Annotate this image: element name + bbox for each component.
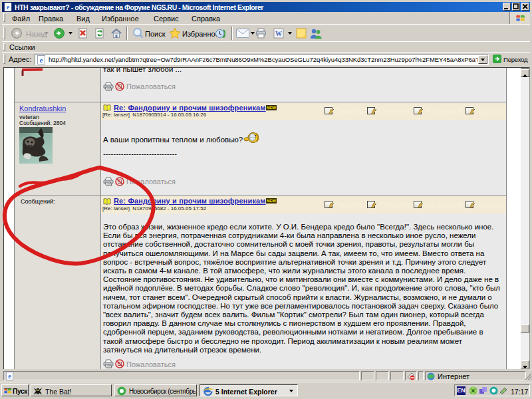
svg-text:W: W bbox=[275, 30, 282, 37]
svg-text:e: e bbox=[7, 3, 10, 11]
svg-text:e: e bbox=[8, 372, 11, 380]
svg-text:e: e bbox=[40, 56, 43, 64]
